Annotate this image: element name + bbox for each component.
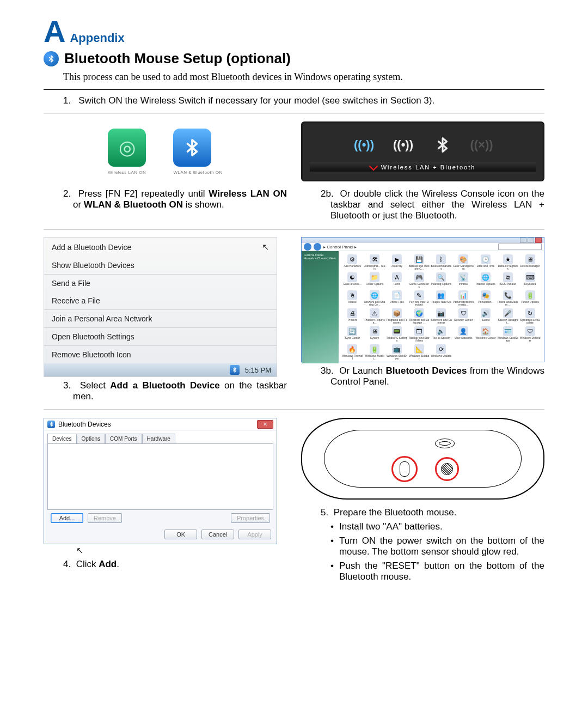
cp-item[interactable]: 🎭Personaliz... — [475, 290, 497, 306]
cp-item[interactable]: 🔊Sound — [475, 308, 497, 324]
cp-item[interactable]: 🖱Mouse — [342, 290, 363, 306]
cp-item[interactable]: ✎Pen and Input Devices — [408, 290, 430, 306]
separator-2 — [44, 410, 544, 410]
cp-item-icon: ⌨ — [525, 272, 535, 282]
cp-item[interactable]: 🎮Game Controllers — [408, 272, 430, 288]
cp-item[interactable]: 🖥System — [364, 326, 385, 342]
cp-item[interactable]: 🖥Device Manager — [519, 254, 541, 270]
cp-item[interactable]: ⚙Add Hardware — [342, 254, 363, 270]
cp-item[interactable]: 🌍Regional and Language ... — [408, 308, 430, 324]
cp-item[interactable]: ☯Ease of Acce... — [342, 272, 363, 288]
menu-item-add[interactable]: Add a Bluetooth Device ↖ — [44, 238, 277, 257]
cp-item[interactable]: ★Default Programs — [497, 254, 518, 270]
cp-item[interactable]: 🌐Internet Options — [475, 272, 497, 288]
cp-item-icon: 🌍 — [414, 308, 424, 318]
cp-item[interactable]: 🏠Welcome Center — [475, 326, 497, 342]
maximize-button[interactable] — [528, 238, 534, 243]
tab-comports[interactable]: COM Ports — [105, 434, 142, 443]
mouse-sensor-icon — [435, 439, 455, 448]
cp-item[interactable]: 🛡Windows Defender — [519, 326, 541, 342]
cancel-button[interactable]: Cancel — [201, 530, 234, 539]
cp-item[interactable]: 🖨Printers — [342, 308, 363, 324]
menu-item-join[interactable]: Join a Personal Area Network — [44, 310, 277, 327]
cp-item[interactable]: 🔄Sync Center — [342, 326, 363, 342]
tab-hardware[interactable]: Hardware — [142, 434, 175, 443]
cp-item[interactable]: 📷Scanners and Cameras — [431, 308, 452, 324]
apply-button[interactable]: Apply — [238, 530, 271, 539]
tab-options[interactable]: Options — [77, 434, 105, 443]
tab-devices[interactable]: Devices — [47, 434, 77, 443]
menu-item-receive[interactable]: Receive a File — [44, 292, 277, 309]
cp-item[interactable]: 📊Performance Informatio... — [453, 290, 474, 306]
remove-button[interactable]: Remove — [88, 513, 122, 523]
cp-item[interactable]: ⧉iSCSI Initiator — [497, 272, 518, 288]
cp-item-label: Windows Firewall — [342, 355, 363, 360]
cp-item[interactable]: 📞Phone and Modem ... — [497, 290, 518, 306]
cp-item[interactable]: 🛡Security Center — [453, 308, 474, 324]
cp-item-label: Phone and Modem ... — [497, 301, 518, 306]
cp-item[interactable]: 🔍Indexing Options — [431, 272, 452, 288]
cp-item[interactable]: 🔋Power Options — [519, 290, 541, 306]
cp-item[interactable]: 🎨Color Management — [453, 254, 474, 270]
cp-item-label: Pen and Input Devices — [408, 301, 430, 306]
step-2a: 2. Press [FN F2] repeatedly until Wirele… — [63, 188, 287, 210]
close-button[interactable] — [535, 238, 542, 243]
minimize-button[interactable] — [520, 238, 526, 243]
step-2a-num: 2. — [63, 188, 71, 199]
cp-item[interactable]: 🪪Windows CardSpace — [497, 326, 518, 342]
step-3a-pre: Select — [80, 380, 111, 391]
cp-item[interactable]: ▶AutoPlay — [387, 254, 408, 270]
step-3a: 3. Select Add a Bluetooth Device on the … — [63, 380, 287, 402]
cp-item[interactable]: 📐Windows Sidebar — [408, 344, 430, 360]
cp-item[interactable]: 💾Backup and Restore C... — [408, 254, 430, 270]
control-panel-window: ▸ Control Panel ▸ Control Panel Home\n• … — [301, 237, 544, 362]
properties-button[interactable]: Properties — [231, 513, 270, 523]
cp-item[interactable]: 🔋Windows Mobilit... — [364, 344, 385, 360]
menu-item-show[interactable]: Show Bluetooth Devices — [44, 257, 277, 274]
cp-item[interactable]: ⌨Keyboard — [519, 272, 541, 288]
forward-button[interactable] — [314, 243, 321, 251]
step-3b-pre: Or Launch — [339, 366, 385, 376]
cp-item[interactable]: ᛒBluetooth Devices — [431, 254, 452, 270]
breadcrumb[interactable]: ▸ Control Panel ▸ — [323, 245, 496, 249]
cp-sidebar[interactable]: Control Panel Home\n• Classic View — [302, 251, 339, 363]
search-input[interactable] — [498, 244, 542, 250]
cp-address-bar: ▸ Control Panel ▸ — [302, 243, 544, 251]
taskbar-bluetooth-icon[interactable] — [230, 365, 240, 375]
cp-item[interactable]: 🕒Date and Time — [475, 254, 497, 270]
cp-item[interactable]: ⟳Windows Update — [431, 344, 452, 360]
cp-item[interactable]: 🔥Windows Firewall — [342, 344, 363, 360]
cp-item[interactable]: 📟Tablet PC Settings — [387, 326, 408, 342]
cp-item[interactable]: 🛠Administrat... Tools — [364, 254, 385, 270]
step-2a-pre: Press [FN F2] repeatedly until — [78, 188, 209, 199]
cp-item[interactable]: 🗔Taskbar and Start Menu — [408, 326, 430, 342]
cp-item[interactable]: 👤User Accounts — [453, 326, 474, 342]
cp-item-icon: A — [392, 272, 402, 282]
cp-item[interactable]: 🔈Text to Speech — [431, 326, 452, 342]
cp-item[interactable]: 📡Infrared — [453, 272, 474, 288]
cp-item[interactable]: ↻Symantec LiveUpdate — [519, 308, 541, 324]
cp-item[interactable]: 👥People Near Me — [431, 290, 452, 306]
menu-item-settings[interactable]: Open Bluetooth Settings — [44, 328, 277, 345]
cp-item-icon: ⧉ — [503, 272, 513, 282]
cp-item[interactable]: 🌐Network and Sharing Ce... — [364, 290, 385, 306]
cp-item-label: Windows SideShow — [387, 355, 408, 360]
back-button[interactable] — [304, 243, 311, 251]
cp-item[interactable]: 📺Windows SideShow — [387, 344, 408, 360]
add-button[interactable]: Add... — [51, 513, 83, 523]
step-2b-num: 2b. — [321, 188, 334, 199]
cp-item[interactable]: 📁Folder Options — [364, 272, 385, 288]
menu-item-send[interactable]: Send a File — [44, 275, 277, 292]
cp-item-label: Sound — [482, 319, 489, 321]
cp-item-label: Infrared — [459, 283, 468, 285]
ok-button[interactable]: OK — [164, 530, 197, 539]
cp-item[interactable]: 🎤Speech Recognit... — [497, 308, 518, 324]
menu-item-remove[interactable]: Remove Bluetooth Icon — [44, 346, 277, 363]
cp-item[interactable]: 📄Offline Files — [387, 290, 408, 306]
dialog-close-button[interactable]: ✕ — [257, 420, 273, 429]
wireless-console-strip: ((•)) ((•)) ((×)) Wireless LAN + Bluetoo… — [301, 121, 544, 181]
cp-item[interactable]: 📦Programs and Features — [387, 308, 408, 324]
cp-item[interactable]: AFonts — [387, 272, 408, 288]
cp-item[interactable]: ⚠Problem Reports a... — [364, 308, 385, 324]
dialog-body — [47, 443, 273, 510]
